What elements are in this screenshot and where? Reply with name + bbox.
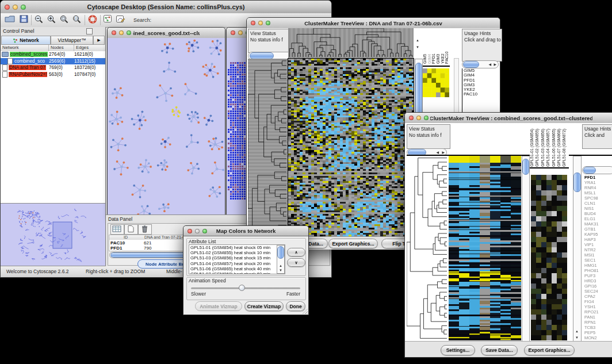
move-down-button[interactable]: ∨ <box>287 258 305 267</box>
attribute-item[interactable]: GPL51-04 (GSM857) heat shock 20 min <box>189 261 285 266</box>
speed-slider-thumb[interactable] <box>239 285 245 291</box>
scroll-up-icon[interactable]: ▲ <box>416 39 419 42</box>
delete-attribute-icon[interactable] <box>138 224 152 235</box>
gene-label[interactable]: CLN1 <box>583 201 612 206</box>
network-canvas[interactable] <box>108 38 225 217</box>
gene-label[interactable]: NIS1 <box>583 206 612 211</box>
minimize-button[interactable] <box>119 30 124 35</box>
open-folder-icon[interactable] <box>4 14 16 26</box>
tab-network[interactable]: Network <box>1 36 51 45</box>
attribute-item[interactable]: GPL51-01 (GSM854) heat shock 05 min <box>189 245 285 250</box>
scroll-right-icon[interactable]: ▶ <box>494 63 496 66</box>
treeview2-row-dendrogram[interactable] <box>407 156 449 340</box>
gene-label[interactable]: PEP5 <box>583 330 612 335</box>
zoom-button[interactable] <box>424 116 429 120</box>
float-panel-icon[interactable] <box>86 28 93 35</box>
gene-label[interactable]: HMG1 <box>583 263 612 268</box>
attribute-table-icon[interactable] <box>110 224 124 235</box>
move-up-button[interactable]: ∧ <box>287 248 305 256</box>
treeview2-heatmap[interactable] <box>449 156 521 340</box>
zoom-button[interactable] <box>266 21 270 25</box>
gene-label[interactable]: NTR2 <box>583 247 612 252</box>
network-list-row[interactable]: RNAPuberNov2+!563(0)107847(0) <box>1 71 105 78</box>
network-list-row[interactable]: DNA and Tran 07769(0)183728(0) <box>1 64 105 71</box>
treeview1-heatmap[interactable] <box>288 59 414 236</box>
scroll-left-icon[interactable]: ◀ <box>436 151 439 154</box>
treeview1-title-bar[interactable]: ClusterMaker TreeView : DNA and Tran 07-… <box>247 18 500 29</box>
save-icon[interactable] <box>19 14 29 26</box>
gene-label[interactable]: RNR4 <box>583 185 612 190</box>
gene-label[interactable]: RPN1 <box>583 320 612 325</box>
network-editor-icon[interactable] <box>116 14 125 26</box>
close-button[interactable] <box>5 5 10 10</box>
treeview1-label-hscrollbar[interactable]: ◀ ▶ <box>462 60 499 68</box>
scroll-right-icon[interactable]: ▶ <box>442 151 445 154</box>
help-icon[interactable] <box>87 14 98 26</box>
settings-button[interactable]: Settings... <box>441 345 475 355</box>
scroll-up-icon[interactable]: ▲ <box>279 264 282 267</box>
gene-label[interactable]: MON2 <box>583 335 612 340</box>
treeview1-column-dendrogram[interactable] <box>288 28 414 59</box>
close-button[interactable] <box>188 229 192 233</box>
tab-overflow-arrow[interactable]: ▶ <box>93 36 105 45</box>
zoom-button[interactable] <box>21 5 26 10</box>
minimize-button[interactable] <box>238 30 243 35</box>
gene-label[interactable]: GPI16 <box>583 283 612 289</box>
scroll-up-icon[interactable]: ▲ <box>575 329 579 333</box>
scroll-down-icon[interactable]: ▼ <box>575 336 579 339</box>
network-list-row[interactable]: combined_scores2764(0)16218(0) <box>1 51 105 58</box>
attribute-item[interactable]: GPL51-03 (GSM856) heat shock 15 min <box>189 255 285 260</box>
network-view-title-bar[interactable]: combined_scores_good.txt--cluste... <box>108 28 225 39</box>
gene-label[interactable]: PAN1 <box>583 315 612 320</box>
gene-label[interactable]: SEC24 <box>583 289 612 294</box>
gene-label[interactable]: CPA2 <box>583 294 612 299</box>
gene-label[interactable]: PFD1 <box>583 175 612 180</box>
minimize-button[interactable] <box>13 5 18 10</box>
gene-label[interactable]: MAK31 <box>583 221 612 227</box>
minimize-button[interactable] <box>195 229 200 233</box>
gene-label[interactable]: TCB3 <box>583 325 612 330</box>
attribute-item[interactable]: GPL51-07 (GSM868) heat shock 60 min <box>189 271 285 274</box>
gene-label[interactable]: RPO21 <box>583 309 612 315</box>
gene-label[interactable]: HAP3 <box>583 237 612 242</box>
network-annotation-icon[interactable] <box>103 14 113 26</box>
create-vizmap-button[interactable]: Create Vizmap <box>244 301 284 311</box>
header-nodes[interactable]: Nodes <box>49 45 74 51</box>
attribute-item[interactable]: GPL51-06 (GSM865) heat shock 40 min <box>189 266 285 271</box>
gene-label[interactable]: MSL1 <box>583 190 612 196</box>
treeview1-mini-heatmap[interactable] <box>423 68 449 97</box>
table-row-value[interactable]: 790 <box>144 246 151 251</box>
gene-label[interactable]: SEC1 <box>583 258 612 263</box>
minimize-button[interactable] <box>258 21 263 25</box>
animate-vizmap-button[interactable]: Animate Vizmap <box>195 301 242 311</box>
scroll-down-icon[interactable]: ▼ <box>416 45 419 49</box>
gene-label[interactable]: BUD4 <box>583 211 612 216</box>
gene-label[interactable]: ELG1 <box>583 216 612 221</box>
treeview2-gene-vscrollbar[interactable]: ▲ ▼ <box>573 156 582 342</box>
gene-label[interactable]: YSH1 <box>583 304 612 309</box>
attribute-list-vscrollbar[interactable]: ▲ ▼ <box>277 245 285 274</box>
treeview2-detail-heatmap[interactable] <box>531 175 567 340</box>
gene-label[interactable]: KAP95 <box>583 232 612 237</box>
main-title-bar[interactable]: Cytoscape Desktop (Session Name: collins… <box>1 1 331 14</box>
scroll-left-icon[interactable]: ◀ <box>488 63 491 66</box>
table-row-id[interactable]: PAC10 <box>110 240 125 246</box>
zoom-button[interactable] <box>202 229 207 233</box>
network-list-row[interactable]: combined_sco2569(6)13112(15) <box>1 58 105 65</box>
export-graphics-button[interactable]: Export Graphics... <box>524 345 575 355</box>
close-button[interactable] <box>231 30 235 35</box>
header-edges[interactable]: Edges <box>74 45 105 51</box>
network-overview-panel[interactable] <box>1 203 105 266</box>
gene-label[interactable]: HRD3 <box>583 278 612 283</box>
minimize-button[interactable] <box>416 116 421 120</box>
zoom-selected-icon[interactable] <box>59 14 70 26</box>
gene-label[interactable]: YRA1 <box>583 180 612 185</box>
close-button[interactable] <box>251 21 255 25</box>
zoom-fit-icon[interactable]: 1:1 <box>72 14 82 26</box>
tab-vizmapper[interactable]: VizMapper™ <box>51 36 93 45</box>
zoom-in-icon[interactable] <box>47 14 57 26</box>
resize-grip[interactable] <box>303 309 308 314</box>
dialog-title-bar[interactable]: Map Colors to Network <box>183 226 308 236</box>
gene-label[interactable]: GTB1 <box>583 227 612 232</box>
zoom-out-icon[interactable] <box>34 14 44 26</box>
